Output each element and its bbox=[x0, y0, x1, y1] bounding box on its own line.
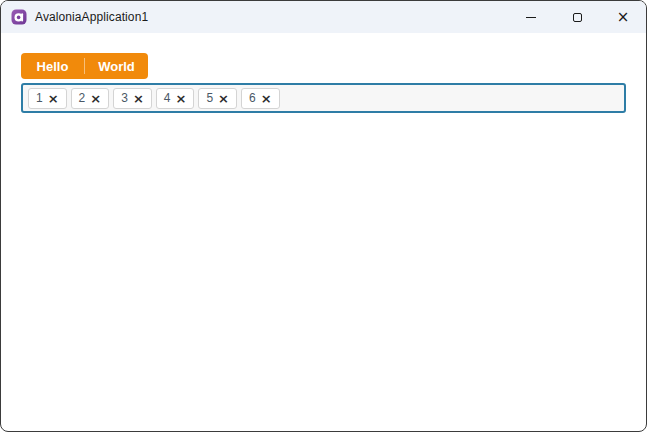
chip-label: 4 bbox=[164, 91, 171, 105]
chip-close-icon[interactable]: × bbox=[48, 92, 59, 105]
close-button[interactable]: × bbox=[600, 1, 646, 33]
world-button[interactable]: World bbox=[85, 53, 148, 79]
tag-chip: 3 × bbox=[113, 88, 152, 109]
titlebar-left: AvaloniaApplication1 bbox=[1, 9, 148, 25]
titlebar: AvaloniaApplication1 × bbox=[1, 1, 646, 33]
tag-chip: 2 × bbox=[71, 88, 110, 109]
chip-close-icon[interactable]: × bbox=[175, 92, 186, 105]
maximize-button[interactable] bbox=[554, 1, 600, 33]
chip-close-icon[interactable]: × bbox=[261, 92, 272, 105]
app-window: AvaloniaApplication1 × Hello World 1 × 2… bbox=[0, 0, 647, 432]
tag-chip: 5 × bbox=[198, 88, 237, 109]
chip-label: 3 bbox=[121, 91, 128, 105]
chip-label: 1 bbox=[36, 91, 43, 105]
hello-world-split-button: Hello World bbox=[21, 53, 148, 79]
avalonia-logo-icon bbox=[11, 9, 27, 25]
window-title: AvaloniaApplication1 bbox=[35, 10, 148, 24]
close-icon: × bbox=[617, 10, 630, 25]
chip-close-icon[interactable]: × bbox=[133, 92, 144, 105]
minimize-icon bbox=[526, 17, 536, 18]
tag-chip: 6 × bbox=[241, 88, 280, 109]
chip-label: 2 bbox=[79, 91, 86, 105]
chip-label: 5 bbox=[206, 91, 213, 105]
chip-close-icon[interactable]: × bbox=[90, 92, 101, 105]
chip-label: 6 bbox=[249, 91, 256, 105]
minimize-button[interactable] bbox=[508, 1, 554, 33]
chip-close-icon[interactable]: × bbox=[218, 92, 229, 105]
window-controls: × bbox=[508, 1, 646, 33]
window-content: Hello World 1 × 2 × 3 × 4 × 5 × 6 × bbox=[1, 33, 646, 113]
tag-input-container[interactable]: 1 × 2 × 3 × 4 × 5 × 6 × bbox=[21, 83, 626, 113]
maximize-icon bbox=[573, 13, 582, 22]
tag-chip: 4 × bbox=[156, 88, 195, 109]
hello-button[interactable]: Hello bbox=[21, 53, 84, 79]
tag-chip: 1 × bbox=[28, 88, 67, 109]
